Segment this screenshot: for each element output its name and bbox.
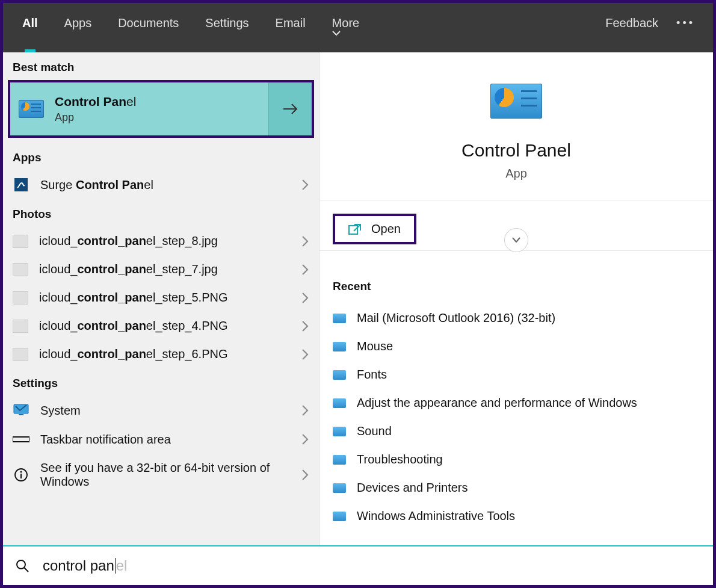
svg-rect-0 bbox=[14, 178, 28, 191]
photo-result-label: icloud_control_panel_step_6.PNG bbox=[39, 347, 290, 361]
taskbar-icon bbox=[13, 432, 29, 447]
search-bar[interactable]: control panel bbox=[3, 545, 713, 585]
best-match-title: Control Panel bbox=[55, 94, 136, 109]
svg-rect-2 bbox=[19, 414, 23, 415]
more-options-icon[interactable]: ••• bbox=[676, 17, 695, 29]
recent-item-label: Mouse bbox=[357, 339, 393, 353]
chevron-right-icon bbox=[301, 320, 309, 333]
recent-item-label: Troubleshooting bbox=[357, 453, 443, 466]
cpl-icon bbox=[333, 370, 346, 380]
photo-thumbnail-icon bbox=[13, 348, 28, 361]
best-match-title-match: Control Pan bbox=[55, 94, 126, 108]
best-match-heading: Best match bbox=[3, 52, 319, 80]
open-button[interactable]: Open bbox=[333, 214, 416, 244]
recent-item-label: Windows Administrative Tools bbox=[357, 509, 515, 523]
svg-rect-6 bbox=[20, 474, 22, 478]
svg-point-5 bbox=[20, 471, 22, 473]
setting-label: Taskbar notification area bbox=[40, 433, 290, 447]
recent-item-label: Fonts bbox=[357, 368, 387, 382]
recent-item[interactable]: Windows Administrative Tools bbox=[333, 502, 700, 530]
photo-result[interactable]: icloud_control_panel_step_5.PNG bbox=[3, 283, 319, 312]
text-caret bbox=[115, 558, 116, 574]
search-autocomplete-text: el bbox=[116, 557, 128, 574]
preview-title: Control Panel bbox=[461, 140, 571, 161]
best-match-result[interactable]: Control Panel App bbox=[8, 80, 314, 138]
recent-section: Recent Mail (Microsoft Outlook 2016) (32… bbox=[319, 251, 713, 536]
control-panel-icon bbox=[19, 100, 44, 118]
cpl-icon bbox=[333, 342, 346, 351]
photo-thumbnail-icon bbox=[13, 320, 28, 333]
recent-item[interactable]: Mouse bbox=[333, 332, 700, 361]
svg-point-8 bbox=[17, 560, 25, 569]
photo-result[interactable]: icloud_control_panel_step_4.PNG bbox=[3, 312, 319, 340]
app-result-label: Surge Control Panel bbox=[40, 178, 290, 192]
recent-item-label: Devices and Printers bbox=[357, 481, 468, 495]
cpl-icon bbox=[333, 314, 346, 323]
info-icon bbox=[13, 468, 29, 482]
recent-item-label: Sound bbox=[357, 424, 392, 438]
photo-thumbnail-icon bbox=[13, 235, 28, 248]
setting-taskbar[interactable]: Taskbar notification area bbox=[3, 425, 319, 454]
tab-email[interactable]: Email bbox=[262, 3, 319, 52]
chevron-right-icon bbox=[301, 468, 309, 481]
recent-item[interactable]: Mail (Microsoft Outlook 2016) (32-bit) bbox=[333, 304, 700, 332]
search-typed-text: control pan bbox=[43, 557, 114, 574]
content-area: Best match Control Panel App Apps bbox=[3, 52, 713, 545]
svg-rect-7 bbox=[349, 226, 357, 234]
tab-settings[interactable]: Settings bbox=[192, 3, 262, 52]
search-window: All Apps Documents Settings Email More F… bbox=[3, 3, 713, 585]
open-button-label: Open bbox=[371, 222, 401, 236]
cpl-icon bbox=[333, 455, 346, 465]
actions-area: Open bbox=[319, 200, 713, 251]
expand-actions-button[interactable] bbox=[504, 228, 528, 252]
best-match-text: Control Panel App bbox=[55, 94, 136, 124]
photo-result[interactable]: icloud_control_panel_step_6.PNG bbox=[3, 340, 319, 368]
photo-result-label: icloud_control_panel_step_7.jpg bbox=[39, 262, 290, 276]
chevron-right-icon bbox=[301, 433, 309, 446]
recent-item-label: Mail (Microsoft Outlook 2016) (32-bit) bbox=[357, 311, 555, 325]
cpl-icon bbox=[333, 427, 346, 436]
chevron-right-icon bbox=[301, 235, 309, 248]
recent-item[interactable]: Devices and Printers bbox=[333, 474, 700, 502]
recent-item[interactable]: Fonts bbox=[333, 361, 700, 389]
filter-topbar: All Apps Documents Settings Email More F… bbox=[3, 3, 713, 52]
photo-result[interactable]: icloud_control_panel_step_7.jpg bbox=[3, 255, 319, 283]
apps-heading: Apps bbox=[3, 143, 319, 170]
chevron-right-icon bbox=[301, 291, 309, 305]
chevron-right-icon bbox=[301, 178, 309, 191]
search-input[interactable]: control panel bbox=[43, 557, 127, 574]
chevron-right-icon bbox=[301, 404, 309, 417]
recent-item[interactable]: Adjust the appearance and performance of… bbox=[333, 389, 700, 417]
best-match-type: App bbox=[55, 111, 136, 124]
setting-bitness[interactable]: See if you have a 32-bit or 64-bit versi… bbox=[3, 454, 319, 496]
best-match-expand-button[interactable] bbox=[268, 82, 312, 135]
chevron-down-icon bbox=[511, 237, 521, 244]
photo-thumbnail-icon bbox=[13, 263, 28, 276]
recent-item-label: Adjust the appearance and performance of… bbox=[357, 396, 637, 410]
photo-result[interactable]: icloud_control_panel_step_8.jpg bbox=[3, 227, 319, 255]
setting-system[interactable]: System bbox=[3, 396, 319, 425]
feedback-link[interactable]: Feedback bbox=[605, 16, 658, 30]
search-icon bbox=[15, 559, 29, 573]
recent-item[interactable]: Sound bbox=[333, 417, 700, 445]
tab-more[interactable]: More bbox=[319, 3, 378, 52]
tab-apps[interactable]: Apps bbox=[51, 3, 105, 52]
arrow-right-icon bbox=[282, 103, 299, 115]
chevron-right-icon bbox=[301, 263, 309, 276]
cpl-icon bbox=[333, 398, 346, 408]
tab-documents[interactable]: Documents bbox=[105, 3, 192, 52]
preview-pane: Control Panel App Open Recent Mail (Micr… bbox=[319, 52, 713, 545]
recent-item[interactable]: Troubleshooting bbox=[333, 445, 700, 474]
setting-label: System bbox=[40, 404, 290, 418]
filter-tabs: All Apps Documents Settings Email More bbox=[9, 3, 377, 52]
cpl-icon bbox=[333, 483, 346, 493]
tab-more-label: More bbox=[332, 16, 360, 29]
best-match-title-rest: el bbox=[126, 94, 136, 108]
best-match-main: Control Panel App bbox=[10, 82, 268, 135]
photo-result-label: icloud_control_panel_step_4.PNG bbox=[39, 319, 290, 333]
tab-all[interactable]: All bbox=[9, 3, 51, 52]
cpl-icon bbox=[333, 512, 346, 521]
app-result-surge[interactable]: Surge Control Panel bbox=[3, 170, 319, 199]
launch-icon bbox=[348, 223, 362, 235]
results-pane: Best match Control Panel App Apps bbox=[3, 52, 319, 545]
